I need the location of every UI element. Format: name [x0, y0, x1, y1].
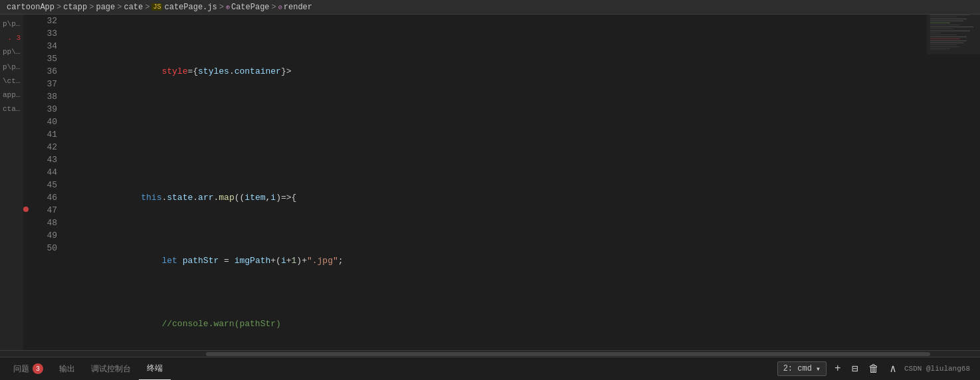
- svg-rect-18: [927, 15, 980, 54]
- tab-debug-console[interactable]: 调试控制台: [83, 357, 139, 380]
- line-number: 48: [29, 217, 57, 229]
- code-line-35: let pathStr = imgPath+(i+1)+".jpg";: [68, 242, 927, 254]
- tab-terminal-label: 终端: [147, 363, 163, 374]
- split-terminal-button[interactable]: ⊟: [849, 361, 861, 377]
- tab-problems-label: 问题: [13, 363, 29, 375]
- sidebar-item: p\p...: [0, 17, 23, 31]
- class-icon: ⊕: [226, 3, 230, 11]
- line-number: 42: [29, 141, 57, 153]
- line-number: 46: [29, 191, 57, 204]
- sidebar-item-active: . 3: [0, 31, 23, 45]
- code-line-33: [68, 116, 927, 128]
- line-number: 36: [29, 65, 57, 78]
- code-line-32: style={styles.container}>: [68, 52, 927, 65]
- bottom-panel: 问题 3 输出 调试控制台 终端 2: cmd ▾ + ⊟ 🗑 ∧ CSDN @…: [0, 357, 980, 380]
- line-number: 37: [29, 78, 57, 90]
- code-content[interactable]: style={styles.container}> this.state.arr…: [65, 15, 927, 350]
- sidebar-item: pp\p...: [0, 45, 23, 59]
- breadcrumb-item[interactable]: CatePage: [231, 3, 270, 12]
- problems-badge: 3: [33, 363, 43, 374]
- panel-right: 2: cmd ▾ + ⊟ 🗑 ∧ CSDN @liulang68: [771, 357, 980, 380]
- new-terminal-button[interactable]: +: [832, 361, 844, 376]
- code-editor[interactable]: 32 33 34 35 36 37 38 39 40 41 42 43 44 4…: [23, 15, 980, 350]
- line-number: 45: [29, 179, 57, 191]
- line-number: 40: [29, 116, 57, 128]
- terminal-select-value: 2: cmd: [783, 364, 812, 373]
- minimap: [927, 15, 980, 350]
- tab-output[interactable]: 输出: [51, 357, 83, 380]
- scrollbar-thumb[interactable]: [206, 352, 930, 356]
- code-line-34: this.state.arr.map((item,i)=>{: [68, 179, 927, 191]
- tab-debug-label: 调试控制台: [91, 363, 131, 375]
- line-number: 41: [29, 128, 57, 141]
- sidebar-item: p\p...: [0, 60, 23, 74]
- breadcrumb-item[interactable]: page: [96, 3, 115, 12]
- delete-terminal-button[interactable]: 🗑: [866, 361, 882, 377]
- breadcrumb-sep: >: [89, 3, 94, 12]
- line-number: 39: [29, 103, 57, 116]
- sidebar-item: \cta...: [0, 74, 23, 88]
- main-area: p\p... . 3 pp\p... p\p... \cta... app\..…: [0, 15, 980, 350]
- line-number: 44: [29, 166, 57, 179]
- breadcrumb-item[interactable]: cate: [124, 3, 143, 12]
- tab-output-label: 输出: [59, 363, 75, 375]
- js-file-icon: JS: [151, 3, 162, 11]
- breadcrumb-item[interactable]: ctapp: [63, 3, 87, 12]
- breadcrumb-sep: >: [145, 3, 149, 12]
- tab-terminal[interactable]: 终端: [139, 357, 171, 380]
- horizontal-scrollbar[interactable]: [0, 350, 980, 357]
- panel-tabs: 问题 3 输出 调试控制台 终端: [0, 357, 176, 380]
- line-number: 33: [29, 27, 57, 40]
- line-number: 50: [29, 242, 57, 254]
- maximize-panel-button[interactable]: ∧: [887, 361, 899, 377]
- line-number: 49: [29, 229, 57, 242]
- tab-problems[interactable]: 问题 3: [5, 357, 51, 380]
- breadcrumb-item[interactable]: cartoonApp: [7, 3, 54, 12]
- breadcrumb-sep: >: [219, 3, 224, 12]
- error-dot: [23, 207, 29, 212]
- chevron-down-icon: ▾: [816, 364, 821, 374]
- breadcrumb-sep: >: [117, 3, 122, 12]
- line-number: 34: [29, 40, 57, 52]
- breadcrumb-item[interactable]: render: [284, 3, 312, 12]
- sidebar-item: app\...: [0, 88, 23, 102]
- method-icon: ⊘: [278, 3, 282, 11]
- gutter-dots: [23, 15, 29, 350]
- line-number: 38: [29, 90, 57, 103]
- watermark-text: CSDN @liulang68: [904, 365, 973, 373]
- terminal-select[interactable]: 2: cmd ▾: [777, 361, 827, 376]
- editor-container: cartoonApp > ctapp > page > cate > JS ca…: [0, 0, 980, 380]
- line-number: 35: [29, 52, 57, 65]
- line-number: 43: [29, 153, 57, 166]
- breadcrumb: cartoonApp > ctapp > page > cate > JS ca…: [0, 0, 980, 15]
- sidebar-gutter: p\p... . 3 pp\p... p\p... \cta... app\..…: [0, 15, 23, 350]
- sidebar-item: cta...: [0, 102, 23, 116]
- line-number: 47: [29, 204, 57, 217]
- line-number: 32: [29, 15, 57, 27]
- breadcrumb-sep: >: [272, 3, 276, 12]
- breadcrumb-item[interactable]: catePage.js: [164, 3, 217, 12]
- breadcrumb-sep: >: [56, 3, 61, 12]
- line-numbers: 32 33 34 35 36 37 38 39 40 41 42 43 44 4…: [29, 15, 65, 350]
- code-line-36: //console.warn(pathStr): [68, 305, 927, 318]
